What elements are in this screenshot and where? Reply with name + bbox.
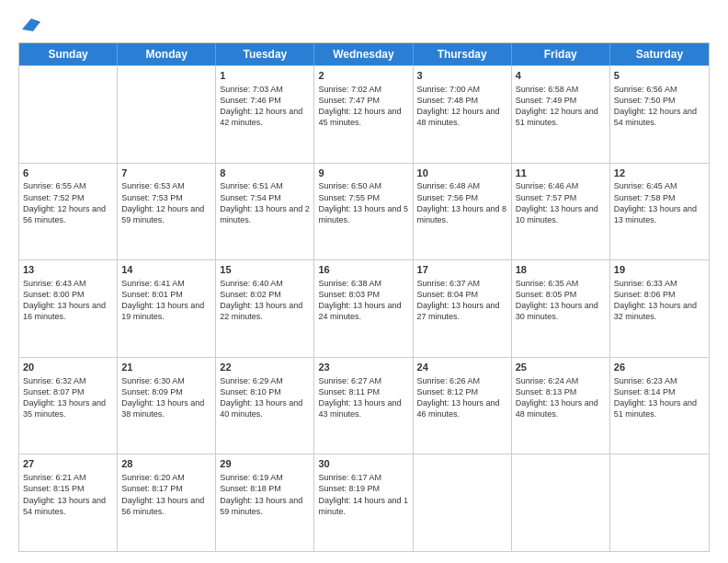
cell-info: Sunrise: 6:58 AMSunset: 7:49 PMDaylight:… [516,84,606,129]
day-number: 29 [220,457,310,471]
calendar-cell: 8Sunrise: 6:51 AMSunset: 7:54 PMDaylight… [216,164,314,260]
cell-info: Sunrise: 6:21 AMSunset: 8:15 PMDaylight:… [23,472,113,517]
cell-info: Sunrise: 7:02 AMSunset: 7:47 PMDaylight:… [318,84,408,129]
header-day-saturday: Saturday [610,43,709,65]
day-number: 1 [220,69,310,83]
cell-info: Sunrise: 6:45 AMSunset: 7:58 PMDaylight:… [614,180,705,225]
day-number: 12 [614,167,705,180]
day-number: 4 [516,69,606,83]
calendar-cell: 3Sunrise: 7:00 AMSunset: 7:48 PMDaylight… [414,66,512,163]
cell-info: Sunrise: 6:17 AMSunset: 8:19 PMDaylight:… [318,472,408,517]
cell-info: Sunrise: 7:00 AMSunset: 7:48 PMDaylight:… [417,84,507,129]
calendar-cell [19,66,118,163]
header-day-tuesday: Tuesday [216,43,314,65]
calendar-cell: 22Sunrise: 6:29 AMSunset: 8:10 PMDayligh… [216,358,314,454]
cell-info: Sunrise: 6:43 AMSunset: 8:00 PMDaylight:… [23,278,113,323]
calendar-body: 1Sunrise: 7:03 AMSunset: 7:46 PMDaylight… [19,65,709,551]
calendar-cell: 27Sunrise: 6:21 AMSunset: 8:15 PMDayligh… [19,454,118,551]
calendar-cell: 4Sunrise: 6:58 AMSunset: 7:49 PMDaylight… [512,66,610,163]
cell-info: Sunrise: 6:41 AMSunset: 8:01 PMDaylight:… [121,278,211,323]
cell-info: Sunrise: 6:23 AMSunset: 8:14 PMDaylight:… [614,375,705,420]
calendar-cell: 21Sunrise: 6:30 AMSunset: 8:09 PMDayligh… [118,358,216,454]
cell-info: Sunrise: 6:32 AMSunset: 8:07 PMDaylight:… [23,375,113,420]
calendar-cell: 18Sunrise: 6:35 AMSunset: 8:05 PMDayligh… [512,260,610,357]
calendar-cell [610,454,709,551]
day-number: 30 [318,457,408,471]
cell-info: Sunrise: 6:55 AMSunset: 7:52 PMDaylight:… [23,180,113,225]
logo-bird-icon [20,17,40,33]
logo [18,17,40,33]
cell-info: Sunrise: 6:24 AMSunset: 8:13 PMDaylight:… [516,375,606,420]
calendar-cell: 29Sunrise: 6:19 AMSunset: 8:18 PMDayligh… [216,454,314,551]
day-number: 9 [318,167,408,180]
day-number: 15 [220,263,310,277]
day-number: 19 [614,263,705,277]
day-number: 13 [23,263,113,277]
day-number: 8 [220,167,310,180]
calendar-cell: 23Sunrise: 6:27 AMSunset: 8:11 PMDayligh… [314,358,413,454]
calendar-cell: 15Sunrise: 6:40 AMSunset: 8:02 PMDayligh… [216,260,314,357]
header-day-monday: Monday [118,43,216,65]
calendar-row-1: 1Sunrise: 7:03 AMSunset: 7:46 PMDaylight… [19,65,709,163]
calendar-row-5: 27Sunrise: 6:21 AMSunset: 8:15 PMDayligh… [19,454,709,551]
page: SundayMondayTuesdayWednesdayThursdayFrid… [0,0,728,563]
cell-info: Sunrise: 6:29 AMSunset: 8:10 PMDaylight:… [220,375,310,420]
calendar-cell: 6Sunrise: 6:55 AMSunset: 7:52 PMDaylight… [19,164,118,260]
cell-info: Sunrise: 7:03 AMSunset: 7:46 PMDaylight:… [220,84,310,129]
cell-info: Sunrise: 6:20 AMSunset: 8:17 PMDaylight:… [121,472,211,517]
cell-info: Sunrise: 6:30 AMSunset: 8:09 PMDaylight:… [121,375,211,420]
calendar-row-4: 20Sunrise: 6:32 AMSunset: 8:07 PMDayligh… [19,357,709,454]
cell-info: Sunrise: 6:37 AMSunset: 8:04 PMDaylight:… [417,278,507,323]
day-number: 5 [614,69,705,83]
cell-info: Sunrise: 6:40 AMSunset: 8:02 PMDaylight:… [220,278,310,323]
header-day-sunday: Sunday [19,43,118,65]
header-day-friday: Friday [512,43,610,65]
calendar-cell [512,454,610,551]
day-number: 22 [220,361,310,374]
calendar-cell: 17Sunrise: 6:37 AMSunset: 8:04 PMDayligh… [414,260,512,357]
calendar-cell: 20Sunrise: 6:32 AMSunset: 8:07 PMDayligh… [19,358,118,454]
day-number: 20 [23,361,113,374]
cell-info: Sunrise: 6:38 AMSunset: 8:03 PMDaylight:… [318,278,408,323]
cell-info: Sunrise: 6:35 AMSunset: 8:05 PMDaylight:… [516,278,606,323]
calendar-cell: 25Sunrise: 6:24 AMSunset: 8:13 PMDayligh… [512,358,610,454]
calendar-cell: 13Sunrise: 6:43 AMSunset: 8:00 PMDayligh… [19,260,118,357]
day-number: 18 [516,263,606,277]
day-number: 10 [417,167,507,180]
calendar-cell: 19Sunrise: 6:33 AMSunset: 8:06 PMDayligh… [610,260,709,357]
header-day-thursday: Thursday [414,43,512,65]
day-number: 17 [417,263,507,277]
calendar-row-2: 6Sunrise: 6:55 AMSunset: 7:52 PMDaylight… [19,163,709,260]
cell-info: Sunrise: 6:56 AMSunset: 7:50 PMDaylight:… [614,84,705,129]
header [18,17,710,33]
day-number: 7 [121,167,211,180]
cell-info: Sunrise: 6:53 AMSunset: 7:53 PMDaylight:… [121,180,211,225]
day-number: 16 [318,263,408,277]
day-number: 24 [417,361,507,374]
day-number: 14 [121,263,211,277]
cell-info: Sunrise: 6:48 AMSunset: 7:56 PMDaylight:… [417,180,507,225]
calendar-cell: 7Sunrise: 6:53 AMSunset: 7:53 PMDaylight… [118,164,216,260]
calendar-cell: 30Sunrise: 6:17 AMSunset: 8:19 PMDayligh… [314,454,413,551]
calendar: SundayMondayTuesdayWednesdayThursdayFrid… [18,42,710,552]
cell-info: Sunrise: 6:26 AMSunset: 8:12 PMDaylight:… [417,375,507,420]
cell-info: Sunrise: 6:27 AMSunset: 8:11 PMDaylight:… [318,375,408,420]
calendar-cell: 9Sunrise: 6:50 AMSunset: 7:55 PMDaylight… [314,164,413,260]
cell-info: Sunrise: 6:19 AMSunset: 8:18 PMDaylight:… [220,472,310,517]
cell-info: Sunrise: 6:50 AMSunset: 7:55 PMDaylight:… [318,180,408,225]
calendar-cell: 16Sunrise: 6:38 AMSunset: 8:03 PMDayligh… [314,260,413,357]
day-number: 2 [318,69,408,83]
calendar-cell: 11Sunrise: 6:46 AMSunset: 7:57 PMDayligh… [512,164,610,260]
day-number: 25 [516,361,606,374]
calendar-cell: 2Sunrise: 7:02 AMSunset: 7:47 PMDaylight… [314,66,413,163]
day-number: 11 [516,167,606,180]
calendar-cell: 12Sunrise: 6:45 AMSunset: 7:58 PMDayligh… [610,164,709,260]
calendar-cell: 26Sunrise: 6:23 AMSunset: 8:14 PMDayligh… [610,358,709,454]
cell-info: Sunrise: 6:33 AMSunset: 8:06 PMDaylight:… [614,278,705,323]
calendar-cell: 28Sunrise: 6:20 AMSunset: 8:17 PMDayligh… [118,454,216,551]
calendar-cell: 14Sunrise: 6:41 AMSunset: 8:01 PMDayligh… [118,260,216,357]
day-number: 27 [23,457,113,471]
calendar-cell [414,454,512,551]
svg-marker-0 [22,18,39,31]
calendar-row-3: 13Sunrise: 6:43 AMSunset: 8:00 PMDayligh… [19,259,709,357]
